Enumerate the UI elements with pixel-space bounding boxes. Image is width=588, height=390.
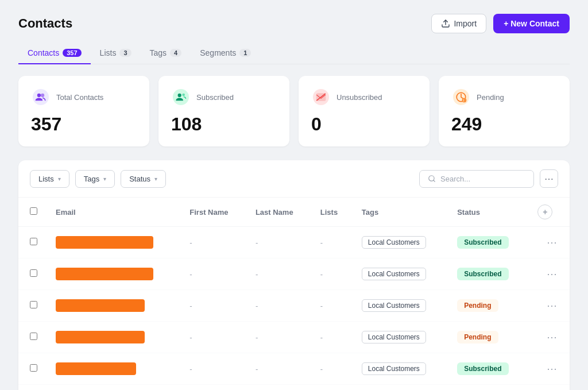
lists-cell: - — [311, 290, 353, 322]
first-name-cell: - — [180, 385, 246, 391]
new-contact-label: + New Contact — [504, 19, 559, 28]
last-name-cell: - — [246, 353, 311, 385]
stat-subscribed-header: Subscribed — [171, 87, 277, 107]
select-all-checkbox[interactable] — [30, 207, 37, 215]
email-cell — [47, 227, 180, 258]
table-more-button[interactable]: ⋯ — [540, 169, 558, 188]
stat-total-header: Total Contacts — [31, 87, 137, 107]
table-row: - - - Local Customers Subscribed ⋯ — [18, 258, 570, 290]
row-more-button[interactable]: ⋯ — [543, 235, 560, 250]
tag-badge: Local Customers — [362, 236, 426, 249]
lists-cell: - — [311, 353, 353, 385]
unsubscribed-value: 0 — [311, 114, 417, 135]
header-actions: Import + New Contact — [431, 14, 570, 33]
row-checkbox-cell — [18, 353, 47, 385]
page-title: Contacts — [18, 16, 72, 31]
pending-label: Pending — [477, 93, 504, 102]
status-cell: Subscribed — [448, 227, 528, 258]
email-bar — [56, 236, 153, 249]
tab-contacts[interactable]: Contacts 357 — [18, 43, 91, 64]
svg-text:!: ! — [463, 99, 465, 102]
stat-unsubscribed: Unsubscribed 0 — [299, 76, 430, 146]
tab-segments[interactable]: Segments 1 — [191, 43, 260, 64]
tab-segments-label: Segments — [200, 48, 236, 57]
svg-point-6 — [182, 94, 185, 96]
tags-filter-button[interactable]: Tags ▾ — [75, 170, 115, 188]
tags-cell: Local Customers — [353, 385, 448, 391]
email-cell — [47, 385, 180, 391]
row-checkbox-2[interactable] — [30, 269, 37, 277]
stat-total-contacts: Total Contacts 357 — [18, 76, 149, 146]
tab-lists[interactable]: Lists 3 — [91, 43, 141, 64]
row-actions: ⋯ — [537, 235, 560, 250]
add-column-header: + — [528, 198, 570, 227]
status-filter-label: Status — [129, 175, 150, 183]
row-actions: ⋯ — [537, 361, 560, 376]
row-actions: ⋯ — [537, 267, 560, 281]
actions-cell: ⋯ — [528, 290, 570, 322]
stat-pending: ! Pending 249 — [439, 76, 570, 146]
tab-tags[interactable]: Tags 4 — [141, 43, 191, 64]
svg-point-2 — [37, 94, 41, 97]
lists-column-header: Lists — [311, 198, 353, 227]
first-name-column-header: First Name — [180, 198, 246, 227]
last-name-cell: - — [246, 385, 311, 391]
status-badge: Subscribed — [457, 236, 508, 249]
stat-subscribed: Subscribed 108 — [158, 76, 289, 146]
svg-line-15 — [434, 180, 435, 182]
tags-cell: Local Customers — [353, 227, 448, 258]
svg-point-3 — [41, 94, 44, 97]
last-name-cell: - — [246, 322, 311, 353]
tab-tags-label: Tags — [150, 48, 167, 57]
row-checkbox-1[interactable] — [30, 238, 37, 245]
status-cell: Pending — [448, 290, 528, 322]
lists-cell: - — [311, 322, 353, 353]
svg-point-4 — [173, 89, 189, 105]
search-box — [419, 170, 534, 188]
tags-cell: Local Customers — [353, 322, 448, 353]
new-contact-button[interactable]: + New Contact — [493, 14, 570, 33]
row-checkbox-5[interactable] — [30, 364, 37, 372]
tags-column-header: Tags — [353, 198, 448, 227]
tab-contacts-label: Contacts — [28, 48, 59, 57]
import-label: Import — [454, 19, 477, 28]
row-more-button[interactable]: ⋯ — [543, 298, 560, 313]
tags-cell: Local Customers — [353, 290, 448, 322]
table-row: - - - Local Customers Subscribed ⋯ — [18, 353, 570, 385]
row-checkbox-4[interactable] — [30, 333, 37, 340]
status-badge: Subscribed — [457, 268, 508, 280]
row-checkbox-3[interactable] — [30, 301, 37, 308]
actions-cell: ⋯ — [528, 353, 570, 385]
add-column-button[interactable]: + — [537, 204, 552, 219]
contacts-table: Email First Name Last Name Lists Tags St… — [18, 198, 570, 390]
search-input[interactable] — [440, 175, 521, 183]
row-checkbox-cell — [18, 227, 47, 258]
row-more-button[interactable]: ⋯ — [543, 361, 560, 376]
email-bar — [56, 362, 136, 375]
tags-cell: Local Customers — [353, 258, 448, 290]
last-name-cell: - — [246, 227, 311, 258]
row-checkbox-cell — [18, 385, 47, 391]
email-bar — [56, 268, 153, 280]
row-more-button[interactable]: ⋯ — [543, 267, 560, 281]
email-cell — [47, 258, 180, 290]
lists-cell: - — [311, 385, 353, 391]
tags-cell: Local Customers — [353, 353, 448, 385]
select-all-header — [18, 198, 47, 227]
status-cell: Pending — [448, 322, 528, 353]
lists-filter-button[interactable]: Lists ▾ — [30, 170, 69, 188]
status-badge: Pending — [457, 331, 498, 343]
row-checkbox-cell — [18, 290, 47, 322]
table-container: Lists ▾ Tags ▾ Status ▾ ⋯ — [18, 160, 570, 390]
actions-cell: ⋯ — [528, 322, 570, 353]
status-filter-button[interactable]: Status ▾ — [121, 170, 166, 188]
svg-point-1 — [33, 89, 49, 105]
row-more-button[interactable]: ⋯ — [543, 330, 560, 345]
email-cell — [47, 322, 180, 353]
lists-cell: - — [311, 258, 353, 290]
tag-badge: Local Customers — [362, 268, 426, 280]
svg-point-5 — [178, 94, 181, 97]
email-column-header: Email — [47, 198, 180, 227]
import-button[interactable]: Import — [431, 14, 486, 33]
last-name-cell: - — [246, 258, 311, 290]
